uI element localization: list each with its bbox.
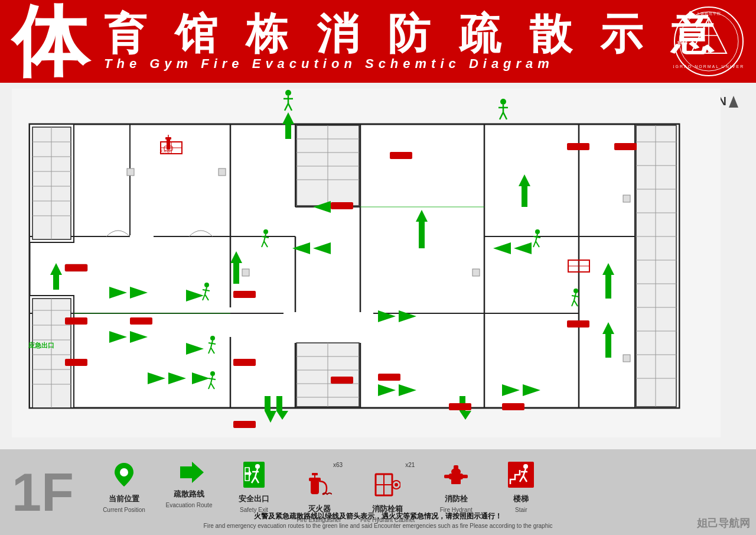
svg-rect-166: [502, 403, 524, 410]
safety-exit-icon: [243, 462, 265, 491]
svg-rect-168: [567, 143, 589, 150]
svg-rect-165: [449, 403, 471, 410]
svg-rect-185: [359, 312, 373, 314]
svg-rect-171: [614, 143, 637, 150]
floor-label: 1F: [12, 466, 83, 519]
bottom-note: 火警及紧急疏散路线以绿线及箭头表示，遇火灾等紧急情况，请按照图示通行！ Fire…: [204, 511, 553, 529]
svg-rect-77: [623, 195, 630, 202]
svg-point-214: [523, 464, 528, 469]
university-logo: SHANGRAO NORMAL UNIVERSITY 上饶师范学院 1958: [673, 6, 744, 77]
fire-hydrant-icon: [443, 462, 469, 491]
current-position-label-cn: 当前位置: [109, 494, 139, 504]
svg-rect-164: [390, 152, 412, 159]
svg-rect-167: [378, 374, 400, 381]
svg-rect-157: [65, 359, 87, 366]
floorplan-area: N: [0, 83, 756, 449]
svg-rect-160: [233, 359, 256, 366]
header-title-cn: 体 育 馆 栋 消 防 疏 散 示 意 The Gym Fire Evacuti…: [12, 3, 722, 80]
evacuation-route-label-en: Evacuation Route: [166, 502, 213, 508]
svg-rect-163: [331, 377, 353, 384]
watermark: 姐己导航网: [697, 516, 750, 530]
svg-rect-184: [284, 312, 298, 314]
note-cn: 火警及紧急疏散路线以绿线及箭头表示，遇火灾等紧急情况，请按照图示通行！: [204, 511, 553, 521]
current-position-icon: [113, 462, 135, 491]
stair-icon: [508, 462, 534, 491]
extinguisher-count: x63: [333, 462, 343, 468]
svg-rect-78: [623, 355, 630, 362]
svg-text:1958: 1958: [677, 40, 687, 46]
svg-rect-211: [444, 475, 450, 478]
svg-point-189: [255, 464, 260, 469]
legend-bar: 1F 当前位置 Current Position 疏散路线 Evacuation…: [0, 449, 756, 535]
svg-point-79: [285, 90, 291, 96]
svg-point-129: [263, 229, 268, 234]
svg-text:应急出口: 应急出口: [28, 342, 54, 349]
legend-safety-exit: 安全出口 Safety Exit: [230, 462, 278, 513]
svg-rect-212: [462, 475, 468, 478]
svg-rect-73: [127, 168, 134, 176]
hydrant-cabinet-count: x21: [405, 462, 415, 468]
svg-rect-162: [331, 202, 353, 209]
evacuation-route-label-cn: 疏散路线: [174, 489, 204, 500]
svg-point-205: [395, 483, 398, 487]
title-cn: 育 馆 栋 消 防 疏 散 示 意: [104, 12, 722, 55]
svg-rect-74: [219, 168, 226, 176]
svg-rect-183: [130, 235, 154, 238]
svg-rect-161: [233, 421, 256, 428]
note-en: Fire and emergency evacuation routes to …: [204, 523, 553, 529]
floorplan-svg: 灭火器: [12, 89, 721, 437]
svg-rect-156: [65, 317, 87, 325]
svg-rect-210: [454, 465, 458, 470]
svg-point-84: [500, 99, 506, 105]
svg-point-139: [210, 336, 215, 341]
svg-rect-154: [65, 264, 87, 271]
svg-rect-150: [165, 137, 171, 140]
svg-rect-60: [636, 125, 676, 407]
header-text-block: 体 育 馆 栋 消 防 疏 散 示 意 The Gym Fire Evacuti…: [12, 3, 722, 80]
svg-rect-197: [311, 480, 319, 494]
svg-point-144: [210, 371, 215, 376]
subtitle-en: The Gym Fire Evacution Schemtic Diagram: [104, 57, 722, 70]
svg-point-124: [573, 288, 578, 293]
svg-point-186: [120, 468, 128, 476]
header: 体 育 馆 栋 消 防 疏 散 示 意 The Gym Fire Evacuti…: [0, 0, 756, 83]
svg-rect-75: [242, 269, 249, 276]
current-position-label-en: Current Position: [103, 507, 145, 513]
stair-label-cn: 楼梯: [513, 494, 529, 504]
svg-rect-76: [472, 269, 480, 276]
hydrant-cabinet-icon: [374, 472, 400, 501]
safety-exit-label-cn: 安全出口: [239, 494, 269, 504]
svg-point-119: [204, 283, 209, 287]
svg-point-134: [535, 229, 540, 234]
svg-text:SHANGRAO NORMAL UNIVERSITY: SHANGRAO NORMAL UNIVERSITY: [673, 64, 744, 69]
big-char: 体: [12, 3, 99, 80]
svg-rect-213: [508, 462, 534, 488]
north-indicator: N: [718, 95, 738, 108]
evacuation-arrow-icon: [174, 462, 204, 487]
svg-marker-187: [180, 462, 204, 483]
svg-text:上饶师范学院: 上饶师范学院: [696, 11, 721, 15]
svg-rect-169: [567, 320, 589, 328]
fire-hydrant-label-cn: 消防栓: [445, 494, 468, 504]
fire-extinguisher-icon: [306, 472, 332, 501]
legend-current-position: 当前位置 Current Position: [100, 462, 148, 513]
svg-rect-200: [312, 473, 318, 475]
svg-rect-159: [233, 291, 256, 298]
svg-rect-158: [130, 317, 152, 325]
legend-fire-hydrant: 消防栓 Fire Hydrant: [432, 462, 480, 513]
legend-evacuation-route: 疏散路线 Evacuation Route: [165, 462, 213, 508]
legend-stair: 楼梯 Stair: [497, 462, 545, 513]
